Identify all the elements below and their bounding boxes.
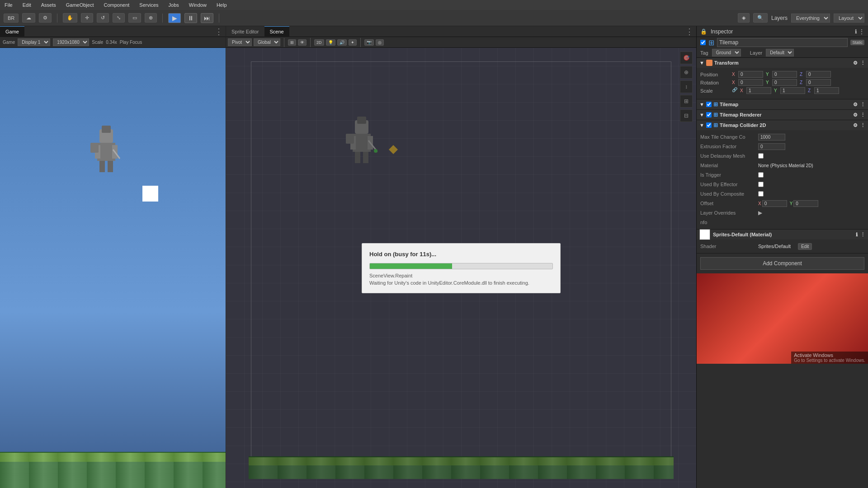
pause-button[interactable]: ⏸: [184, 13, 197, 23]
sprites-material-info[interactable]: ℹ: [856, 232, 858, 238]
resolution-dropdown[interactable]: 868x488: [53, 38, 89, 46]
tag-dropdown[interactable]: Ground: [712, 49, 741, 56]
menu-window[interactable]: Window: [186, 1, 209, 9]
pos-z-input[interactable]: [806, 71, 831, 78]
hand-tool[interactable]: ✋: [63, 13, 77, 23]
transform-settings-icon[interactable]: ⚙: [853, 60, 858, 66]
scene-gizmos-btn[interactable]: ◎: [376, 39, 384, 46]
tilemap-collider-menu[interactable]: ⋮: [860, 122, 865, 128]
scene-light-btn[interactable]: 💡: [326, 39, 335, 46]
scene-grid-btn[interactable]: ⊞: [288, 39, 296, 46]
scene-camera-btn[interactable]: 📷: [364, 39, 374, 46]
tilemap-name-input[interactable]: [717, 38, 848, 47]
used-by-composite-checkbox[interactable]: [758, 191, 764, 197]
rot-x-input[interactable]: [738, 79, 763, 86]
inspector-lock-icon[interactable]: 🔒: [700, 28, 707, 35]
inspector-info-icon[interactable]: ℹ: [855, 28, 857, 35]
rotate-tool[interactable]: ↺: [97, 13, 109, 23]
add-component-button[interactable]: Add Component: [700, 257, 864, 270]
transform-header[interactable]: ▼ Transform ⚙ ⋮: [697, 58, 868, 68]
active-checkbox[interactable]: [700, 40, 706, 45]
edit-shader-button[interactable]: Edit: [798, 243, 812, 250]
tilemap-renderer-active[interactable]: [706, 112, 712, 117]
tilemap-menu-icon[interactable]: ⋮: [860, 102, 865, 108]
sprites-material-menu[interactable]: ⋮: [860, 232, 865, 238]
scale-value: 0.34x: [106, 40, 117, 45]
progress-bar-bg: [369, 263, 553, 269]
scene-panel-menu[interactable]: ⋮: [683, 27, 696, 37]
rot-y-input[interactable]: [772, 79, 797, 86]
menu-edit[interactable]: Edit: [20, 1, 34, 9]
scale-y-input[interactable]: [780, 87, 805, 94]
scene-icon-2[interactable]: ⊕: [680, 66, 693, 79]
rect-tool[interactable]: ▭: [128, 13, 141, 23]
max-tile-input[interactable]: [758, 134, 785, 141]
display-dropdown[interactable]: Display 1: [18, 38, 50, 46]
sprites-material-header[interactable]: Sprites-Default (Material) ℹ ⋮: [697, 230, 868, 239]
tab-scene[interactable]: Scene: [264, 26, 289, 37]
inspector-menu-icon[interactable]: ⋮: [859, 28, 864, 35]
account-button[interactable]: BR: [4, 14, 19, 23]
step-button[interactable]: ⏭: [201, 13, 213, 23]
tilemap-renderer-menu[interactable]: ⋮: [860, 112, 865, 118]
transform-tool[interactable]: ⊕: [145, 13, 157, 23]
transform-fold-icon: ▼: [699, 60, 704, 66]
global-dropdown[interactable]: Global: [254, 38, 280, 46]
menu-assets[interactable]: Assets: [38, 1, 59, 9]
scale-x-input[interactable]: [746, 87, 771, 94]
delaunay-checkbox[interactable]: [758, 153, 764, 159]
menu-component[interactable]: Component: [101, 1, 132, 9]
pos-y-axis: Y: [766, 72, 771, 77]
tilemap-renderer-header[interactable]: ▼ ⊞ Tilemap Renderer ⚙ ⋮: [697, 110, 868, 120]
game-panel-menu[interactable]: ⋮: [212, 27, 226, 37]
tilemap-component-header[interactable]: ▼ ⊞ Tilemap ⚙ ⋮: [697, 99, 868, 109]
info-label: nfo: [700, 220, 755, 225]
offset-y-input[interactable]: [793, 200, 818, 207]
pos-x-input[interactable]: [738, 71, 763, 78]
rotation-row: Rotation X Y Z: [700, 79, 864, 86]
menu-jobs[interactable]: Jobs: [166, 1, 182, 9]
scene-vis-btn[interactable]: 👁: [298, 39, 307, 46]
is-trigger-checkbox[interactable]: [758, 172, 764, 178]
scene-icon-5[interactable]: ⊟: [680, 109, 693, 122]
layer-dropdown[interactable]: Default: [766, 49, 794, 56]
menu-file[interactable]: File: [2, 1, 15, 9]
extrusion-input[interactable]: [758, 143, 785, 150]
collab-button[interactable]: ◈: [738, 13, 750, 23]
tab-sprite-editor[interactable]: Sprite Editor: [226, 26, 264, 37]
rot-z-input[interactable]: [806, 79, 831, 86]
scene-icon-1[interactable]: 🎯: [680, 52, 693, 64]
tilemap-renderer-settings[interactable]: ⚙: [853, 112, 858, 118]
tilemap-collider-settings[interactable]: ⚙: [853, 122, 858, 128]
menu-gameobject[interactable]: GameObject: [63, 1, 97, 9]
layout-dropdown[interactable]: Layout: [834, 14, 864, 23]
pivot-dropdown[interactable]: Pivot: [228, 38, 252, 46]
move-tool[interactable]: ✛: [81, 13, 93, 23]
search-button[interactable]: 🔍: [753, 13, 768, 23]
scale-z-input[interactable]: [814, 87, 839, 94]
tilemap-collider-active[interactable]: [706, 122, 712, 128]
scene-icon-3[interactable]: ↕: [680, 80, 693, 93]
tilemap-collider-component: ▼ ⊞ Tilemap Collider 2D ⚙ ⋮ Max Tile Cha…: [697, 120, 868, 230]
layers-dropdown[interactable]: Everything: [791, 14, 830, 23]
tilemap-settings-icon[interactable]: ⚙: [853, 102, 858, 108]
scene-fx-btn[interactable]: ✦: [349, 39, 357, 46]
scene-icon-4[interactable]: ⊞: [680, 95, 693, 108]
menu-help[interactable]: Help: [214, 1, 230, 9]
scene-audio-btn[interactable]: 🔊: [337, 39, 347, 46]
transform-menu-icon[interactable]: ⋮: [860, 60, 865, 66]
tab-game[interactable]: Game: [0, 26, 24, 37]
pos-y-input[interactable]: [772, 71, 797, 78]
play-button[interactable]: ▶: [168, 13, 181, 23]
used-by-effector-checkbox[interactable]: [758, 182, 764, 187]
cloud-button[interactable]: ☁: [22, 13, 35, 23]
tilemap-active-checkbox[interactable]: [706, 102, 712, 107]
settings-button[interactable]: ⚙: [39, 13, 52, 23]
offset-x-input[interactable]: [762, 200, 787, 207]
layer-overrides-fold[interactable]: ▶: [758, 210, 762, 216]
tilemap-collider-header[interactable]: ▼ ⊞ Tilemap Collider 2D ⚙ ⋮: [697, 120, 868, 130]
scale-tool[interactable]: ⤡: [113, 13, 125, 23]
2d-mode-btn[interactable]: 2D: [314, 39, 324, 46]
menu-services[interactable]: Services: [137, 1, 161, 9]
webcam-bg: [697, 273, 868, 364]
